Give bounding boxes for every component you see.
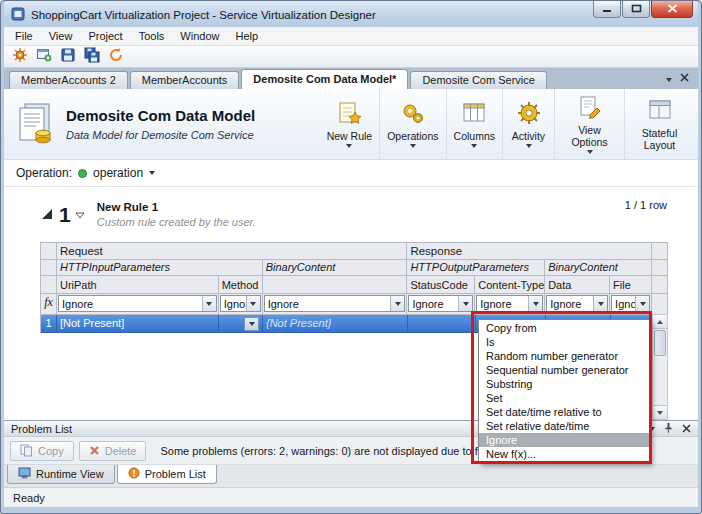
menu-window[interactable]: Window [172, 28, 227, 44]
new-rule-icon [336, 100, 362, 128]
rule-header: 1 New Rule 1 Custom rule created by the … [4, 186, 698, 242]
grid-filler-cell [652, 294, 668, 315]
fx-combo-data[interactable]: Ignore [546, 295, 608, 312]
menu-project[interactable]: Project [80, 28, 130, 44]
settings-button[interactable] [10, 47, 30, 66]
copy-button[interactable]: Copy [10, 441, 74, 461]
minimize-button[interactable] [593, 1, 621, 18]
view-options-button[interactable]: View Options [554, 89, 624, 159]
operation-status-icon [78, 169, 87, 178]
menu-item-new-fx[interactable]: New f(x)... [479, 447, 649, 461]
fx-combo-value: Ignore [612, 298, 635, 310]
rule-collapse-icon[interactable] [75, 209, 85, 221]
operation-selector[interactable]: operation [93, 166, 143, 180]
tab-problem-list[interactable]: Problem List [117, 465, 217, 484]
cell-statuscode[interactable] [408, 315, 476, 333]
operations-icon [400, 100, 426, 128]
main-toolbar [4, 46, 698, 68]
status-text: Ready [13, 492, 45, 504]
grid-vertical-scrollbar[interactable] [652, 314, 668, 420]
menu-item-sequential-number-generator[interactable]: Sequential number generator [479, 363, 649, 377]
menu-item-set[interactable]: Set [479, 391, 649, 405]
tab-label: Problem List [145, 468, 206, 480]
tab-list-chevron-icon[interactable] [666, 72, 672, 84]
scrollbar-thumb[interactable] [654, 330, 666, 356]
cell-method[interactable] [219, 315, 263, 333]
column-file[interactable]: File [610, 276, 652, 294]
new-rule-button[interactable]: New Rule [320, 89, 380, 159]
grid-filler-cell [652, 260, 668, 276]
row-number-cell[interactable]: 1 [41, 315, 57, 333]
column-content-type[interactable]: Content-Type [475, 276, 545, 294]
tab-runtime-view[interactable]: Runtime View [7, 465, 115, 484]
tab-memberaccounts[interactable]: MemberAccounts [130, 71, 240, 89]
operations-button[interactable]: Operations [379, 89, 445, 159]
chevron-down-icon[interactable] [244, 317, 259, 331]
fx-combo-request-binary[interactable]: Ignore [264, 295, 406, 312]
menu-item-random-number-generator[interactable]: Random number generator [479, 349, 649, 363]
scroll-down-button[interactable] [653, 405, 667, 419]
maximize-button[interactable] [622, 1, 650, 18]
scroll-up-button[interactable] [653, 315, 667, 329]
fx-combo-file[interactable]: Ignore [611, 295, 650, 312]
save-button[interactable] [58, 47, 78, 66]
column-data[interactable]: Data [545, 276, 610, 294]
save-all-button[interactable] [82, 47, 102, 66]
column-uripath[interactable]: UriPath [57, 276, 219, 294]
fx-combo-value: Ignore [59, 298, 202, 310]
fx-combo-uripath[interactable]: Ignore [58, 295, 217, 312]
view-options-icon [577, 94, 603, 122]
refresh-button[interactable] [106, 47, 126, 66]
tab-demosite-com-data-model[interactable]: Demosite Com Data Model* [241, 69, 408, 89]
operation-label: Operation: [16, 166, 72, 180]
grid-corner-cell [41, 276, 57, 294]
column-statuscode[interactable]: StatusCode [407, 276, 475, 294]
titlebar[interactable]: ShoppingCart Virtualization Project - Se… [4, 1, 698, 27]
fx-combo-value: Ignore [547, 298, 593, 310]
refresh-icon [108, 47, 124, 66]
chevron-down-icon[interactable] [149, 171, 155, 175]
page-title: Demosite Com Data Model [66, 107, 255, 124]
menu-file[interactable]: File [7, 28, 41, 44]
chevron-down-icon [593, 296, 607, 311]
panel-close-icon[interactable] [682, 423, 691, 435]
view-options-label: View Options [562, 124, 617, 148]
new-window-button[interactable] [34, 47, 54, 66]
menu-tools[interactable]: Tools [131, 28, 173, 44]
grid-group-row: Request Response [41, 243, 668, 260]
menu-item-set-relative-datetime[interactable]: Set relative date/time [479, 419, 649, 433]
menu-help[interactable]: Help [227, 28, 266, 44]
fx-combo-statuscode[interactable]: Ignore [408, 295, 473, 312]
tab-memberaccounts-2[interactable]: MemberAccounts 2 [9, 71, 128, 89]
menu-item-ignore[interactable]: Ignore [479, 433, 649, 447]
new-rule-label: New Rule [327, 130, 373, 142]
cell-uripath[interactable]: [Not Present] [57, 315, 219, 333]
menu-item-copy-from[interactable]: Copy from [479, 321, 649, 335]
close-button[interactable] [651, 1, 693, 18]
stateful-layout-button[interactable]: Stateful Layout [624, 89, 694, 159]
grid-corner-cell [41, 243, 57, 260]
activity-button[interactable]: Activity [502, 89, 554, 159]
tab-demosite-com-service[interactable]: Demosite Com Service [410, 71, 546, 89]
menu-item-is[interactable]: Is [479, 335, 649, 349]
columns-icon [461, 100, 487, 128]
maximize-icon [631, 3, 642, 15]
column-request-binary[interactable] [263, 276, 408, 294]
chevron-down-icon [528, 296, 542, 311]
columns-button[interactable]: Columns [446, 89, 502, 159]
menu-view[interactable]: View [41, 28, 81, 44]
menu-item-set-datetime-relative-to[interactable]: Set date/time relative to [479, 405, 649, 419]
column-method[interactable]: Method [219, 276, 263, 294]
save-all-icon [84, 47, 100, 66]
pin-icon[interactable] [664, 422, 673, 435]
menu-item-substring[interactable]: Substring [479, 377, 649, 391]
fx-combo-content-type[interactable]: Ignore [476, 295, 543, 312]
cell-request-binary[interactable]: {Not Present} [263, 315, 408, 333]
status-bar: Ready [4, 487, 698, 507]
fx-combo-method[interactable]: Ignore [220, 295, 261, 312]
activity-icon [516, 100, 542, 128]
arrow-up-icon [657, 320, 663, 324]
tab-close-icon[interactable] [680, 72, 689, 84]
delete-button[interactable]: Delete [79, 441, 147, 461]
rule-expander-icon[interactable] [40, 207, 53, 222]
